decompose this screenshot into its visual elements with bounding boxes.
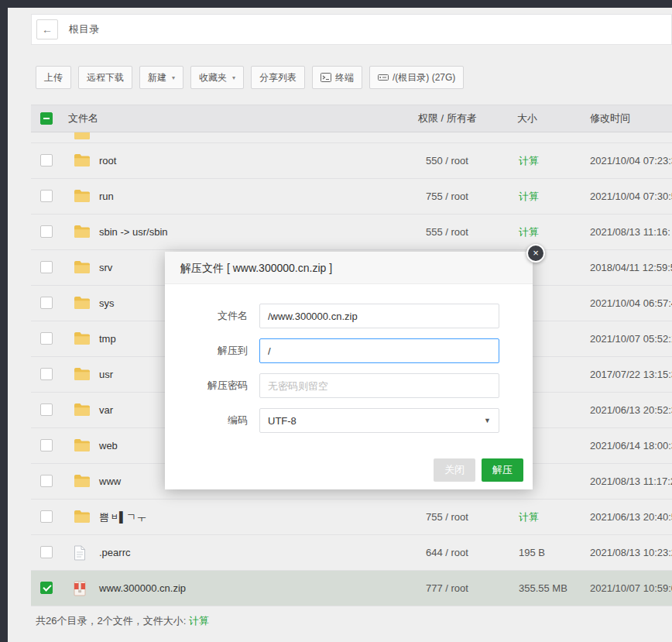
folder-icon — [74, 132, 91, 143]
folder-icon — [74, 153, 91, 170]
column-header-mtime[interactable]: 修改时间 — [590, 105, 630, 132]
file-name: usr — [99, 357, 113, 392]
dialog-title: 解压文件 [ www.300000.cn.zip ] — [165, 252, 533, 284]
file-name: www — [99, 464, 121, 499]
table-row[interactable]: run 755 / root 计算 2021/10/04 07:30:5 — [31, 179, 672, 215]
folder-icon — [74, 296, 91, 313]
row-checkbox[interactable] — [40, 546, 53, 558]
table-row[interactable]: root 550 / root 计算 2021/10/04 07:23:3 — [31, 143, 672, 179]
row-checkbox[interactable] — [40, 225, 53, 238]
folder-icon — [74, 438, 91, 455]
file-size[interactable]: 计算 — [519, 143, 539, 178]
file-mtime: 2021/08/13 10:23:2 — [590, 535, 672, 570]
file-mtime: 2021/06/13 20:40:5 — [590, 500, 672, 534]
column-header-permissions[interactable]: 权限 / 所有者 — [418, 105, 477, 132]
table-row[interactable]: .pearrc 644 / root 195 B 2021/08/13 10:2… — [31, 535, 672, 571]
share-list-button[interactable]: 分享列表 — [251, 66, 305, 89]
terminal-button[interactable]: 终端 — [312, 66, 362, 89]
row-checkbox[interactable] — [40, 439, 53, 451]
password-input[interactable] — [259, 373, 499, 398]
terminal-icon — [321, 73, 331, 82]
file-mtime: 2021/10/04 07:23:3 — [590, 143, 672, 178]
back-arrow-icon: ← — [42, 23, 53, 36]
folder-icon — [74, 510, 91, 527]
encoding-select[interactable]: UTF-8 ▼ — [259, 408, 499, 433]
close-button[interactable]: × — [526, 244, 545, 263]
dialog-footer: 关闭 解压 — [165, 449, 533, 489]
table-row[interactable]: www.300000.cn.zip 777 / root 355.55 MB 2… — [31, 571, 672, 606]
breadcrumb: ← 根目录 > — [31, 14, 672, 45]
file-size[interactable]: 计算 — [519, 179, 539, 214]
row-checkbox[interactable] — [40, 475, 53, 487]
back-button[interactable]: ← — [36, 19, 58, 39]
file-size: 355.55 MB — [519, 571, 567, 606]
file-size[interactable]: 计算 — [519, 500, 539, 534]
row-checkbox[interactable] — [40, 368, 53, 380]
file-name: sbin -> usr/sbin — [99, 215, 168, 249]
file-name: .pearrc — [99, 535, 130, 570]
folder-icon — [74, 474, 91, 491]
select-all-checkbox[interactable] — [40, 112, 53, 125]
chevron-down-icon: ▾ — [172, 74, 175, 81]
row-checkbox[interactable] — [40, 190, 53, 202]
disk-button[interactable]: /(根目录) (27G) — [369, 66, 464, 89]
row-checkbox[interactable] — [40, 332, 53, 345]
upload-button[interactable]: 上传 — [36, 66, 71, 89]
calc-size-link[interactable]: 计算 — [189, 615, 209, 627]
table-row[interactable]: sbin -> usr/sbin 555 / root 计算 2021/08/1… — [31, 215, 672, 250]
column-header-name[interactable]: 文件名 — [68, 105, 98, 132]
column-header-size[interactable]: 大小 — [517, 105, 537, 132]
dialog-body: 文件名 解压到 解压密码 编码 UTF-8 ▼ — [165, 284, 533, 449]
chevron-down-icon: ▼ — [484, 417, 491, 424]
file-name: sys — [99, 286, 115, 321]
chevron-right-icon: > — [94, 15, 98, 44]
row-checkbox[interactable] — [40, 297, 53, 309]
file-icon — [74, 545, 86, 564]
file-name: 쁨ᆸ▌ㄱㅜ — [99, 500, 146, 534]
table-row[interactable]: 쁨ᆸ▌ㄱㅜ 755 / root 计算 2021/06/13 20:40:5 — [31, 500, 672, 535]
file-mtime: 2017/07/22 13:15:3 — [590, 357, 672, 392]
file-name: tmp — [99, 321, 116, 356]
row-checkbox[interactable] — [40, 403, 53, 416]
encoding-label: 编码 — [174, 414, 248, 427]
file-mtime: 2021/06/14 18:00:3 — [590, 428, 672, 463]
remote-download-button[interactable]: 远程下载 — [78, 66, 132, 89]
file-name: www.300000.cn.zip — [99, 571, 186, 606]
file-mtime: 2021/10/07 05:52:1 — [590, 321, 672, 356]
file-name: web — [99, 428, 118, 463]
extract-to-label: 解压到 — [174, 344, 248, 358]
extract-to-input[interactable] — [259, 338, 499, 363]
row-checkbox[interactable] — [40, 154, 53, 167]
row-checkbox[interactable] — [40, 582, 53, 594]
cancel-button[interactable]: 关闭 — [434, 458, 475, 482]
folder-icon — [74, 367, 91, 384]
table-header: 文件名 权限 / 所有者 大小 修改时间 — [31, 105, 672, 132]
extract-button[interactable]: 解压 — [482, 458, 523, 482]
file-size: 195 B — [519, 535, 545, 570]
password-label: 解压密码 — [174, 379, 248, 393]
file-permissions: 644 / root — [426, 535, 468, 570]
file-name: run — [99, 179, 114, 214]
partial-row — [31, 132, 672, 143]
file-name: srv — [99, 250, 112, 285]
favorites-button[interactable]: 收藏夹▾ — [190, 66, 244, 89]
file-permissions: 550 / root — [426, 143, 468, 178]
file-mtime: 2021/10/04 07:30:5 — [590, 179, 672, 214]
chevron-down-icon: ▾ — [232, 74, 235, 81]
folder-icon — [74, 189, 91, 206]
file-mtime: 2021/10/04 06:57:4 — [590, 286, 672, 321]
filename-label: 文件名 — [174, 309, 248, 323]
folder-icon — [74, 225, 91, 242]
disk-icon — [378, 73, 389, 82]
file-permissions: 777 / root — [426, 571, 468, 606]
file-mtime: 2021/08/13 11:16: — [590, 215, 670, 249]
zip-icon — [74, 581, 86, 599]
file-mtime: 2021/06/13 20:52:3 — [590, 393, 672, 427]
filename-input[interactable] — [259, 304, 499, 328]
extract-dialog: 解压文件 [ www.300000.cn.zip ] × 文件名 解压到 解压密… — [165, 252, 533, 489]
new-button[interactable]: 新建▾ — [139, 66, 183, 89]
summary-bar: 共26个目录，2个文件，文件大小: 计算 — [36, 614, 209, 628]
folder-icon — [74, 403, 91, 420]
row-checkbox[interactable] — [40, 261, 53, 273]
row-checkbox[interactable] — [40, 510, 53, 523]
